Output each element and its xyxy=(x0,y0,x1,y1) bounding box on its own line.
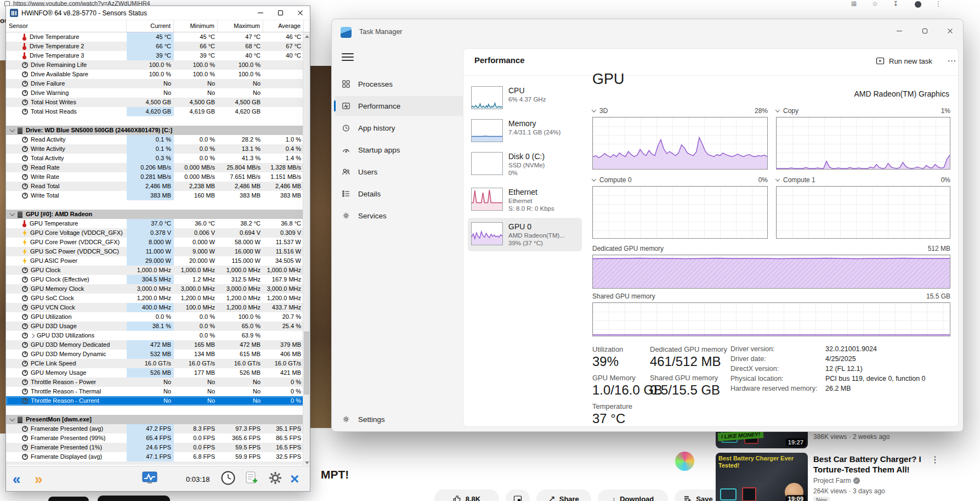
perf-card-memory[interactable]: Memory 7.4/31.1 GB (24%) xyxy=(468,115,582,147)
sensor-section-row[interactable]: PresentMon [dwm.exe] xyxy=(6,415,304,424)
sidebar-item-users[interactable]: Users xyxy=(334,162,469,182)
hwinfo-scrollbar[interactable] xyxy=(303,32,310,467)
sensor-section-row[interactable]: Drive: WD Blue SN5000 500GB (24460X80147… xyxy=(6,126,304,135)
expand-chevron-icon[interactable] xyxy=(30,333,35,337)
browser-profile-avatar[interactable] xyxy=(915,1,921,8)
sensor-row[interactable]: GPU ASIC Power 29.000 W 20.000 W 115.000… xyxy=(6,256,304,266)
sensor-row[interactable]: GPU Core Power (VDDCR_GFX) 8.000 W 0.000… xyxy=(6,238,304,247)
perf-card-gpu[interactable]: GPU 0 AMD Radeon(TM)... 39% (37 °C) xyxy=(468,218,582,251)
panel-more-icon[interactable]: … xyxy=(947,53,956,64)
sensor-row[interactable]: GPU D3D Usage 38.1 % 0.0 % 65.0 % 25.4 % xyxy=(6,322,304,331)
sensor-row[interactable]: Drive Remaining Life 100.0 % 100.0 % 100… xyxy=(6,60,304,70)
column-current[interactable]: Current xyxy=(127,20,174,32)
scrollbar-thumb[interactable] xyxy=(304,331,309,395)
sensor-row[interactable]: GPU D3D Memory Dynamic 532 MB 134 MB 615… xyxy=(6,350,304,359)
sensor-row[interactable]: GPU D3D Memory Dedicated 472 MB 165 MB 4… xyxy=(6,340,304,350)
sensor-row[interactable]: Drive Warning No No No xyxy=(6,88,304,98)
sensor-row[interactable]: Drive Temperature 2 66 °C 66 °C 68 °C 67… xyxy=(6,42,304,51)
browser-menu-icon[interactable]: ⋮ xyxy=(935,0,942,8)
channel-avatar[interactable] xyxy=(675,452,694,471)
video-options-icon[interactable]: ⋮ xyxy=(931,454,939,465)
toolbar-close-icon[interactable]: × xyxy=(290,472,299,485)
sensor-row[interactable]: Total Host Writes 4,500 GB 4,500 GB 4,50… xyxy=(6,98,304,107)
perf-card-cpu[interactable]: CPU 6% 4.37 GHz xyxy=(468,82,582,114)
sensor-row[interactable]: Drive Temperature 3 39 °C 39 °C 40 °C 40… xyxy=(6,51,304,60)
sensor-row[interactable]: Framerate Presented (1%) 24.6 FPS 0.0 FP… xyxy=(6,443,304,452)
sensor-row[interactable]: GPU Clock (Effective) 304.5 MHz 1.2 MHz … xyxy=(6,275,304,284)
sensor-row[interactable]: Write Rate 0.281 MB/s 0.000 MB/s 7.651 M… xyxy=(6,172,304,182)
sensor-row[interactable]: GPU SoC Power (VDDCR_SOC) 11.000 W 9.000… xyxy=(6,247,304,256)
sensor-row[interactable]: Read Activity 0.1 % 0.0 % 28.2 % 1.0 % xyxy=(6,135,304,144)
chart-label-3d[interactable]: 3D xyxy=(592,107,608,115)
downloads-tray-icon[interactable]: ↧ xyxy=(893,0,898,8)
sensor-section-row[interactable]: GPU [#0]: AMD Radeon xyxy=(6,210,304,219)
sidebar-item-app-history[interactable]: App history xyxy=(334,118,469,138)
column-sensor[interactable]: Sensor xyxy=(6,20,127,32)
sensor-row[interactable]: GPU Core Voltage (VDDCR_GFX) 0.378 V 0.0… xyxy=(6,228,304,238)
maximize-button[interactable] xyxy=(270,6,290,20)
nav-hamburger-icon[interactable] xyxy=(342,53,354,62)
sidebar-item-details[interactable]: Details xyxy=(334,184,469,204)
video-2-channel[interactable]: Project Farm ✓ xyxy=(813,477,860,485)
sensor-row[interactable]: GPU VCN Clock 400.0 MHz 100.0 MHz 1,200.… xyxy=(6,303,304,312)
sensor-row[interactable]: Write Activity 0.1 % 0.0 % 13.1 % 0.4 % xyxy=(6,144,304,154)
bookmark-star-icon[interactable]: ☆ xyxy=(872,0,878,8)
collapse-chevron-icon[interactable] xyxy=(10,416,15,421)
settings-gear-icon[interactable] xyxy=(268,471,282,487)
chart-label-compute1[interactable]: Compute 1 xyxy=(776,176,815,184)
collapse-chevron-icon[interactable] xyxy=(10,127,15,132)
sensor-row[interactable]: GPU Temperature 37.0 °C 36.0 °C 38.2 °C … xyxy=(6,219,304,228)
join-button-sliver[interactable] xyxy=(48,497,89,501)
sensor-row[interactable]: PCIe Link Speed 16.0 GT/s 16.0 GT/s 16.0… xyxy=(6,359,304,368)
sensor-row[interactable]: GPU SoC Clock 1,200.0 MHz 1,200.0 MHz 1,… xyxy=(6,294,304,303)
apps-grid-icon[interactable]: ⊞ xyxy=(851,0,857,8)
collapse-chevron-icon[interactable] xyxy=(10,211,15,216)
forward-arrows-icon[interactable]: » xyxy=(35,472,42,486)
sensor-row[interactable]: Drive Failure No No No xyxy=(6,79,304,88)
sidebar-item-processes[interactable]: Processes xyxy=(334,74,469,94)
minimize-button[interactable] xyxy=(251,6,270,20)
sensor-row[interactable]: Throttle Reason - Thermal No No No 0 % xyxy=(6,387,304,396)
scroll-down-icon[interactable] xyxy=(305,461,309,464)
chart-label-compute0[interactable]: Compute 0 xyxy=(592,176,632,184)
sensor-row[interactable]: Read Total 2,486 MB 2,238 MB 2,486 MB 2,… xyxy=(6,182,304,191)
sensor-row[interactable]: Read Rate 0.206 MB/s 0.000 MB/s 25.804 M… xyxy=(6,163,304,172)
column-average[interactable]: Average xyxy=(263,20,304,32)
sensor-row[interactable]: Framerate Presented (avg) 47.2 FPS 8.3 F… xyxy=(6,424,304,434)
subscribe-button-sliver[interactable] xyxy=(98,496,170,501)
download-button[interactable]: ↓ Download xyxy=(598,489,668,501)
suggested-video-2[interactable]: Best Battery Charger Ever Tested! 19:09 xyxy=(716,453,808,501)
sensor-row[interactable]: Drive Temperature 45 °C 45 °C 47 °C 46 °… xyxy=(6,32,304,42)
sensor-row[interactable]: GPU Memory Usage 526 MB 177 MB 526 MB 42… xyxy=(6,368,304,378)
sensor-row[interactable]: Framerate Displayed (avg) 47.1 FPS 6.8 F… xyxy=(6,452,304,461)
sensor-row[interactable]: GPU Clock 1,000.0 MHz 1,000.0 MHz 1,000.… xyxy=(6,266,304,275)
tm-close-button[interactable] xyxy=(938,22,962,39)
close-button[interactable] xyxy=(290,6,310,20)
run-new-task-button[interactable]: Run new task xyxy=(876,57,932,65)
scroll-up-icon[interactable] xyxy=(305,35,309,38)
column-maximum[interactable]: Maximum xyxy=(218,20,263,32)
sensor-row[interactable]: Throttle Reason - Current No No No 0 % xyxy=(6,396,304,406)
mini-player-button[interactable] xyxy=(506,489,530,501)
report-icon[interactable] xyxy=(245,471,258,487)
video-thumbnail[interactable]: Best Battery Charger Ever Tested! 19:09 xyxy=(716,453,808,501)
sensor-row[interactable]: Write Total 383 MB 160 MB 383 MB 383 MB xyxy=(6,191,304,200)
sensor-row[interactable]: GPU Memory Clock 3,000.0 MHz 3,000.0 MHz… xyxy=(6,284,304,294)
like-button[interactable]: 8.8K xyxy=(434,489,499,501)
sensors-icon[interactable] xyxy=(142,471,157,487)
sensor-row[interactable]: Throttle Reason - Power No No No 0 % xyxy=(6,378,304,387)
back-arrows-icon[interactable]: « xyxy=(13,472,20,486)
tm-maximize-button[interactable] xyxy=(913,22,937,39)
perf-card-disk[interactable]: Disk 0 (C:) SSD (NVMe) 0% xyxy=(468,148,582,181)
hwinfo-titlebar[interactable]: HWiNFO® 64 v8.28-5770 - Sensors Status xyxy=(6,6,310,20)
sidebar-item-performance[interactable]: Performance xyxy=(334,96,469,116)
clock-icon[interactable] xyxy=(221,471,235,487)
sensor-row[interactable]: Total Host Reads 4,620 GB 4,619 GB 4,620… xyxy=(6,107,304,116)
sidebar-item-services[interactable]: Services xyxy=(334,206,469,226)
sensor-row[interactable]: Total Activity 0.3 % 0.0 % 41.3 % 1.4 % xyxy=(6,154,304,163)
sensor-row[interactable]: Drive Available Spare 100.0 % 100.0 % 10… xyxy=(6,70,304,79)
perf-card-ethernet[interactable]: Ethernet Ethernet S: 8.0 R: 0 Kbps xyxy=(468,183,582,217)
share-button[interactable]: ↗ Share xyxy=(536,489,591,501)
save-button[interactable]: Save xyxy=(675,489,722,501)
sensor-row[interactable]: GPU D3D Utilizations 0.0 % 63.9 % xyxy=(6,331,304,340)
